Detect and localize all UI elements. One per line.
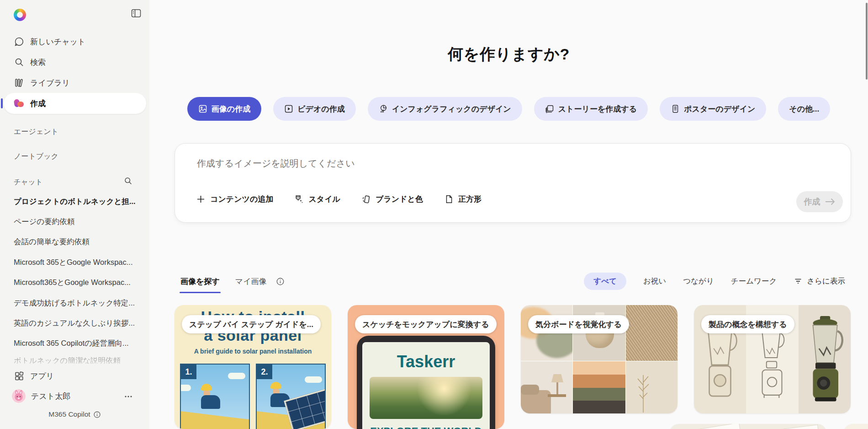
plus-icon bbox=[196, 194, 206, 204]
chat-item[interactable]: ページの要約依頼 bbox=[14, 217, 139, 227]
chat-search-button[interactable] bbox=[124, 175, 135, 186]
info-icon[interactable] bbox=[93, 411, 101, 418]
poster-step-panels: 1. 2. bbox=[180, 364, 326, 429]
show-more-filters-button[interactable]: さらに表示 bbox=[794, 276, 845, 286]
tool-label: 正方形 bbox=[458, 194, 482, 204]
create-type-pills: 画像の作成 ビデオの作成 インフォグラフィックのデザイン bbox=[149, 97, 868, 121]
inspiration-gallery: ステップ バイ ステップ ガイドを... How to install a so… bbox=[175, 305, 851, 429]
card-badge: 気分ボードを視覚化する bbox=[528, 315, 629, 333]
create-icon bbox=[14, 98, 25, 109]
add-content-button[interactable]: コンテンツの追加 bbox=[196, 194, 273, 204]
create-submit-button[interactable]: 作成 bbox=[796, 191, 843, 212]
tab-explore-images[interactable]: 画像を探す bbox=[180, 273, 221, 293]
gallery-card-step-guide[interactable]: ステップ バイ ステップ ガイドを... How to install a so… bbox=[175, 305, 331, 429]
document-shape bbox=[750, 424, 823, 429]
sidebar-toggle-icon bbox=[131, 8, 142, 19]
sidebar: 新しいチャット 検索 ライブラリ 作成 bbox=[0, 0, 149, 429]
page-title: 何を作りますか? bbox=[149, 44, 868, 65]
user-more-button[interactable] bbox=[124, 390, 138, 403]
main-content: 何を作りますか? 画像の作成 ビデオの作成 インフォ bbox=[149, 0, 868, 429]
sidebar-item-apps[interactable]: アプリ bbox=[0, 366, 149, 386]
step-panel-1: 1. bbox=[180, 364, 250, 429]
gallery-card-mood-board[interactable]: 気分ボードを視覚化する bbox=[521, 305, 677, 413]
pill-design-poster[interactable]: ポスターのデザイン bbox=[660, 97, 766, 121]
sidebar-item-library[interactable]: ライブラリ bbox=[0, 73, 149, 93]
pill-more[interactable]: その他... bbox=[778, 97, 830, 121]
filter-celebration[interactable]: お祝い bbox=[643, 276, 666, 286]
bedroom-tile bbox=[521, 361, 572, 413]
color-swatches-tile bbox=[573, 361, 625, 413]
tool-label: スタイル bbox=[308, 194, 340, 204]
tab-info-button[interactable] bbox=[276, 277, 285, 290]
ellipsis-icon bbox=[124, 392, 133, 401]
paintbrush-sparkle-icon bbox=[294, 194, 304, 204]
search-icon bbox=[14, 57, 25, 68]
sidebar-item-new-chat[interactable]: 新しいチャット bbox=[0, 32, 149, 52]
landscape-photo bbox=[370, 377, 482, 419]
document-shape bbox=[672, 424, 746, 429]
pill-create-image[interactable]: 画像の作成 bbox=[187, 97, 261, 121]
card-badge: ステップ バイ ステップ ガイドを... bbox=[182, 315, 321, 333]
prompt-input[interactable]: 作成するイメージを説明してください bbox=[197, 157, 823, 170]
arrow-right-icon bbox=[825, 198, 836, 206]
brand-colors-button[interactable]: ブランドと色 bbox=[361, 194, 423, 204]
chat-item[interactable]: 会話の簡単な要約依頼 bbox=[14, 237, 139, 247]
prompt-composer: 作成するイメージを説明してください コンテンツの追加 スタイル bbox=[175, 143, 851, 223]
filter-teamwork[interactable]: チームワーク bbox=[731, 276, 777, 286]
chat-item[interactable]: Microsoft 365 Copilotの経営層向... bbox=[14, 338, 139, 349]
chat-bubble-icon bbox=[14, 36, 25, 47]
tab-my-images[interactable]: マイ画像 bbox=[234, 273, 268, 293]
cloud-shape bbox=[305, 376, 322, 383]
gallery-card-product-concept[interactable]: 製品の概念を構想する bbox=[694, 305, 851, 413]
pill-label: ストーリーを作成する bbox=[558, 104, 637, 114]
pill-design-infographic[interactable]: インフォグラフィックのデザイン bbox=[368, 97, 522, 121]
sidebar-item-notebooks[interactable]: ノートブック bbox=[14, 152, 58, 161]
chat-item[interactable]: Microsoft365とGoogle Workspac... bbox=[14, 278, 139, 288]
app-name: Taskerr bbox=[362, 352, 490, 371]
chat-item[interactable]: デモ成功妨げるボトルネック特定... bbox=[14, 298, 139, 308]
filter-connection[interactable]: つながり bbox=[683, 276, 714, 286]
pill-label: 画像の作成 bbox=[212, 104, 250, 114]
sidebar-item-create[interactable]: 作成 bbox=[0, 93, 149, 113]
blender-product-photo bbox=[799, 305, 851, 413]
pill-create-story[interactable]: ストーリーを作成する bbox=[534, 97, 648, 121]
apps-grid-icon bbox=[14, 370, 25, 381]
step-number: 2. bbox=[257, 365, 272, 379]
brand-card-icon bbox=[361, 194, 371, 204]
sidebar-footer: M365 Copilot bbox=[0, 410, 149, 418]
gallery-card-sketch-mockup[interactable]: スケッチをモックアップに変換する Taskerr EXPLORE THE WOR… bbox=[348, 305, 504, 429]
aspect-square-button[interactable]: 正方形 bbox=[444, 194, 482, 204]
cloud-shape bbox=[228, 373, 245, 379]
infographic-icon bbox=[379, 104, 388, 113]
pill-label: その他... bbox=[789, 104, 819, 114]
filter-all[interactable]: すべて bbox=[584, 273, 626, 290]
phone-mockup: Taskerr EXPLORE THE WORLD Discover excit… bbox=[357, 336, 495, 429]
pill-create-video[interactable]: ビデオの作成 bbox=[273, 97, 356, 121]
video-play-icon bbox=[284, 104, 293, 113]
phone-screen: Taskerr EXPLORE THE WORLD Discover excit… bbox=[362, 342, 490, 429]
style-button[interactable]: スタイル bbox=[294, 194, 340, 204]
scrollbar-thumb[interactable] bbox=[866, 3, 868, 80]
layers-icon bbox=[545, 104, 554, 113]
sidebar-toggle-button[interactable] bbox=[129, 6, 143, 20]
gallery-card-partial[interactable]: Conto Conto bbox=[670, 424, 826, 429]
solar-panel-shape bbox=[284, 389, 326, 429]
copilot-logo-icon bbox=[14, 9, 26, 21]
footer-label: M365 Copilot bbox=[48, 410, 90, 418]
chat-item[interactable]: Microsoft 365とGoogle Workspac... bbox=[14, 257, 139, 268]
image-icon bbox=[198, 104, 207, 113]
chat-item[interactable]: 英語のカジュアルな久しぶり挨拶... bbox=[14, 318, 139, 328]
chat-item-clipped[interactable]: ボトルネックの簡潔な説明依頼 bbox=[14, 356, 139, 364]
pill-label: インフォグラフィックのデザイン bbox=[392, 104, 511, 114]
pill-label: ビデオの作成 bbox=[297, 104, 345, 114]
info-icon bbox=[276, 277, 285, 286]
chat-item[interactable]: プロジェクトのボトルネックと担... bbox=[14, 197, 139, 207]
sidebar-item-search[interactable]: 検索 bbox=[0, 52, 149, 72]
gallery-filters: すべて お祝い つながり チームワーク さらに表示 bbox=[584, 273, 845, 290]
card-badge: スケッチをモックアップに変換する bbox=[355, 315, 497, 333]
sidebar-item-label: 検索 bbox=[30, 57, 46, 68]
search-icon bbox=[124, 177, 132, 185]
library-icon bbox=[14, 77, 25, 88]
sidebar-item-agents[interactable]: エージェント bbox=[14, 127, 58, 137]
screen-heading: EXPLORE THE WORLD bbox=[362, 425, 490, 429]
